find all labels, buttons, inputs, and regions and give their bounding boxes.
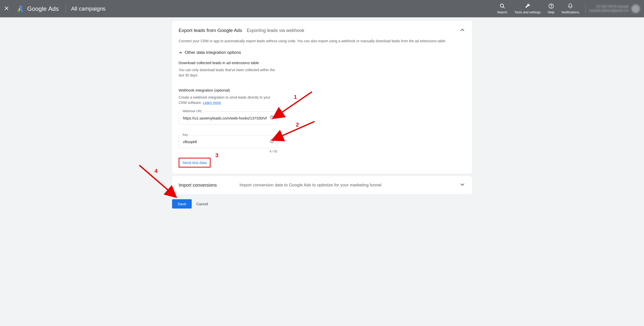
search-tool[interactable]: Search bbox=[494, 3, 511, 14]
help-icon[interactable] bbox=[270, 115, 274, 121]
svg-line-10 bbox=[139, 165, 170, 191]
export-leads-card: Export leads from Google Ads Exporting l… bbox=[172, 21, 472, 174]
svg-point-0 bbox=[18, 10, 19, 12]
account-area[interactable]: 123 456 789 00 example example.address@g… bbox=[585, 5, 640, 13]
avatar[interactable] bbox=[631, 5, 640, 13]
bell-icon bbox=[568, 3, 573, 9]
account-text: 123 456 789 00 example example.address@g… bbox=[589, 5, 629, 13]
webhook-section-title: Webhook integration (optional) bbox=[179, 88, 465, 92]
webhook-url-field: Webhook URL bbox=[179, 111, 277, 125]
google-ads-logo: Google Ads bbox=[16, 5, 59, 13]
annotation-number: 1 bbox=[294, 94, 297, 100]
svg-line-9 bbox=[280, 121, 314, 137]
import-conversions-title: Import conversions bbox=[179, 183, 217, 188]
key-input[interactable] bbox=[179, 135, 277, 148]
learn-more-link[interactable]: Learn more bbox=[203, 101, 221, 105]
card-subtitle: Exporting leads via webhook bbox=[247, 28, 304, 33]
help-icon[interactable] bbox=[270, 139, 274, 144]
annotation-number: 4 bbox=[154, 168, 157, 174]
app-header: Google Ads All campaigns Search Tools an… bbox=[0, 0, 644, 17]
save-button[interactable]: Save bbox=[172, 199, 192, 209]
campaigns-label[interactable]: All campaigns bbox=[71, 6, 105, 12]
webhook-url-label: Webhook URL bbox=[182, 109, 203, 113]
help-icon bbox=[548, 3, 554, 9]
card-title: Export leads from Google Ads bbox=[179, 28, 242, 33]
key-counter: 8 / 50 bbox=[179, 150, 277, 153]
chevron-up-icon[interactable] bbox=[459, 27, 465, 34]
notifications-tool[interactable]: Notifications bbox=[558, 3, 583, 14]
annotation-number: 3 bbox=[215, 152, 218, 159]
import-conversions-card[interactable]: Import conversions Import conversion dat… bbox=[172, 176, 472, 194]
send-test-data-button[interactable]: Send test data bbox=[179, 158, 211, 168]
brand-text: Google Ads bbox=[27, 5, 59, 12]
key-label: Key bbox=[182, 133, 189, 137]
action-row: Save Cancel bbox=[172, 199, 472, 209]
svg-line-8 bbox=[280, 92, 312, 113]
download-section-title: Download collected leads in ad extension… bbox=[179, 61, 465, 65]
tools-settings-tool[interactable]: Tools and settings bbox=[511, 3, 544, 14]
search-icon bbox=[500, 3, 505, 9]
help-tool[interactable]: Help bbox=[544, 3, 558, 14]
integration-options-toggle[interactable]: Other data integration options bbox=[179, 50, 465, 55]
wrench-icon bbox=[525, 3, 530, 9]
chevron-up-icon bbox=[179, 51, 183, 55]
svg-point-5 bbox=[272, 118, 272, 118]
import-conversions-desc: Import conversion data to Google Ads to … bbox=[239, 183, 459, 188]
key-field: Key bbox=[179, 135, 277, 148]
webhook-url-input[interactable] bbox=[179, 111, 277, 125]
annotation-number: 2 bbox=[296, 121, 299, 128]
content-area: Export leads from Google Ads Exporting l… bbox=[172, 21, 472, 209]
card-description: Connect your CRM or app to automatically… bbox=[179, 39, 465, 43]
webhook-section-desc: Create a webhook integration to send lea… bbox=[179, 95, 277, 105]
google-ads-logo-icon bbox=[16, 5, 25, 13]
vertical-separator bbox=[66, 5, 66, 13]
chevron-down-icon[interactable] bbox=[459, 182, 465, 189]
svg-point-7 bbox=[272, 142, 272, 142]
close-icon[interactable] bbox=[4, 6, 10, 12]
svg-point-3 bbox=[551, 7, 551, 7]
download-section-desc: You can only download leads that've been… bbox=[179, 67, 277, 78]
cancel-button[interactable]: Cancel bbox=[196, 202, 208, 206]
